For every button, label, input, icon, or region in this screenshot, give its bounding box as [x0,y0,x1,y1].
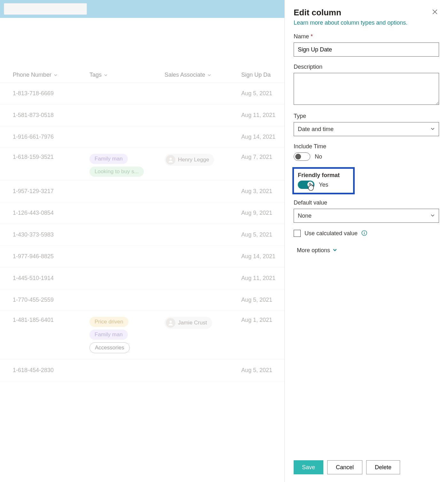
chevron-down-icon [430,213,435,219]
include-time-label: Include Time [294,143,439,150]
type-value: Date and time [298,126,334,133]
friendly-format-toggle[interactable] [298,181,314,189]
person-chip[interactable]: Henry Legge [165,154,214,166]
person-chip[interactable]: Jamie Crust [165,317,212,329]
tag-pill[interactable]: Family man [89,154,128,164]
friendly-format-value: Yes [319,182,328,188]
column-header-label: Tags [89,72,102,78]
default-value-label: Default value [294,199,439,206]
avatar-icon [166,318,175,328]
default-value-select[interactable]: None [294,209,439,223]
type-select[interactable]: Date and time [294,122,439,136]
svg-point-1 [170,321,172,323]
person-name: Jamie Crust [178,320,207,326]
type-label: Type [294,113,439,120]
default-value: None [298,213,312,219]
column-header-tags[interactable]: Tags [89,72,165,78]
tag-pill[interactable]: Looking to buy s... [89,167,144,177]
save-button[interactable]: Save [294,460,323,474]
sales-associate-cell: Jamie Crust [165,317,241,329]
avatar-icon [166,155,175,165]
column-header-label: Sales Associate [165,72,205,78]
column-header-sales-associate[interactable]: Sales Associate [165,72,241,78]
more-options-toggle[interactable]: More options [294,247,439,254]
phone-cell: 1-618-159-3521 [13,154,89,160]
phone-cell: 1-430-373-5983 [13,231,89,238]
include-time-toggle[interactable] [294,152,310,161]
phone-cell: 1-445-510-1914 [13,275,89,282]
sales-associate-cell: Henry Legge [165,154,241,166]
phone-cell: 1-957-129-3217 [13,188,89,195]
chevron-down-icon [430,126,435,133]
include-time-value: No [315,153,322,160]
panel-footer: Save Cancel Delete [285,455,448,482]
info-icon[interactable] [361,230,367,237]
description-label: Description [294,64,439,70]
tag-pill[interactable]: Family man [89,330,128,340]
tags-cell: Price drivenFamily manAccessories [89,317,165,353]
chevron-down-icon [333,247,337,254]
search-input[interactable] [4,3,87,15]
panel-title: Edit column [294,8,341,18]
phone-cell: 1-977-946-8825 [13,253,89,260]
close-button[interactable] [431,8,439,17]
description-input[interactable] [294,73,439,105]
friendly-format-label: Friendly format [298,172,349,179]
phone-cell: 1-618-454-2830 [13,367,89,374]
name-label: Name * [294,33,439,40]
calculated-value-label: Use calculated value [305,230,358,237]
tag-pill[interactable]: Accessories [89,342,130,353]
chevron-down-icon [53,73,58,77]
column-header-label: Phone Number [13,72,51,78]
chevron-down-icon [104,73,108,77]
cancel-button[interactable]: Cancel [327,460,362,474]
person-name: Henry Legge [178,157,209,163]
delete-button[interactable]: Delete [366,460,400,474]
close-icon [432,11,438,16]
calculated-value-checkbox[interactable] [294,230,301,237]
column-header-phone[interactable]: Phone Number [13,72,89,78]
svg-point-0 [170,158,172,160]
tag-pill[interactable]: Price driven [89,317,128,327]
phone-cell: 1-481-185-6401 [13,317,89,323]
tags-cell: Family manLooking to buy s... [89,154,165,177]
learn-more-link[interactable]: Learn more about column types and option… [294,19,407,26]
svg-point-3 [364,231,365,232]
phone-cell: 1-770-455-2559 [13,297,89,303]
friendly-format-highlight: Friendly format Yes [292,167,355,194]
phone-cell: 1-581-873-0518 [13,112,89,119]
phone-cell: 1-813-718-6669 [13,90,89,97]
svg-rect-4 [364,232,365,234]
name-input[interactable] [294,43,439,57]
more-options-label: More options [297,247,330,254]
phone-cell: 1-916-661-7976 [13,134,89,140]
column-header-label: Sign Up Da [241,72,271,78]
phone-cell: 1-126-443-0854 [13,210,89,216]
chevron-down-icon [207,73,212,77]
edit-column-panel: Edit column Learn more about column type… [284,0,448,482]
